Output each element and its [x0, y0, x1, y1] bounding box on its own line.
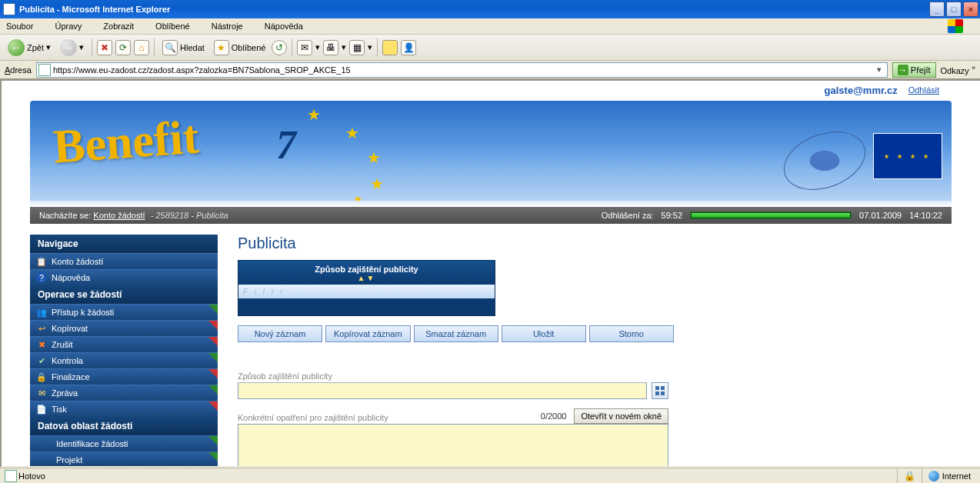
- menu-upravy[interactable]: Úpravy: [55, 22, 92, 31]
- home-button[interactable]: ⌂: [134, 40, 149, 55]
- window-titlebar: Publicita - Microsoft Internet Explorer …: [0, 0, 980, 18]
- back-icon: [8, 39, 25, 56]
- messenger-button[interactable]: 👤: [401, 40, 416, 55]
- chevron-down-icon: ▾: [79, 42, 84, 52]
- refresh-button[interactable]: ⟳: [115, 40, 131, 55]
- links-button[interactable]: Odkazy »: [941, 64, 975, 75]
- address-dropdown[interactable]: ▾: [874, 65, 885, 75]
- address-input-wrap[interactable]: ▾: [36, 62, 888, 78]
- forward-button[interactable]: ▾: [57, 38, 87, 58]
- address-label: Adresa: [5, 65, 32, 75]
- close-button[interactable]: ×: [963, 2, 978, 17]
- menu-nastroje[interactable]: Nástroje: [212, 22, 254, 31]
- ie-icon: [3, 3, 15, 15]
- menu-zobrazit[interactable]: Zobrazit: [103, 22, 145, 31]
- address-input[interactable]: [53, 65, 874, 75]
- menu-oblibene[interactable]: Oblíbené: [155, 22, 201, 31]
- window-title: Publicita - Microsoft Internet Explorer: [19, 5, 170, 14]
- go-arrow-icon: →: [898, 65, 908, 75]
- stop-button[interactable]: ✖: [97, 40, 112, 55]
- maximize-button[interactable]: □: [946, 2, 962, 17]
- back-button[interactable]: Zpět ▾: [5, 38, 54, 58]
- search-icon: 🔍: [162, 40, 178, 55]
- star-icon: ★: [214, 40, 229, 55]
- menu-soubor[interactable]: Soubor: [6, 22, 44, 31]
- mail-button[interactable]: ✉: [297, 40, 312, 55]
- favorites-button[interactable]: ★ Oblíbené: [211, 38, 269, 57]
- browser-toolbar: Zpět ▾ ▾ ✖ ⟳ ⌂ 🔍 Hledat ★ Oblíbené ↺ ✉▾ …: [0, 35, 980, 61]
- edit-button[interactable]: ▦: [349, 40, 365, 55]
- chevron-down-icon: ▾: [46, 42, 51, 52]
- forward-icon: [60, 39, 77, 56]
- search-button[interactable]: 🔍 Hledat: [159, 38, 208, 57]
- menu-napoveda[interactable]: Nápověda: [265, 22, 314, 31]
- note-button[interactable]: [382, 40, 398, 55]
- address-bar: Adresa ▾ → Přejít Odkazy »: [0, 61, 980, 79]
- minimize-button[interactable]: _: [929, 2, 945, 17]
- history-button[interactable]: ↺: [272, 40, 287, 55]
- windows-flag-icon: [948, 19, 963, 33]
- print-button[interactable]: 🖶: [323, 40, 338, 55]
- page-icon: [38, 64, 51, 76]
- go-button[interactable]: → Přejít: [892, 62, 936, 78]
- menu-bar: Soubor Úpravy Zobrazit Oblíbené Nástroje…: [0, 18, 980, 35]
